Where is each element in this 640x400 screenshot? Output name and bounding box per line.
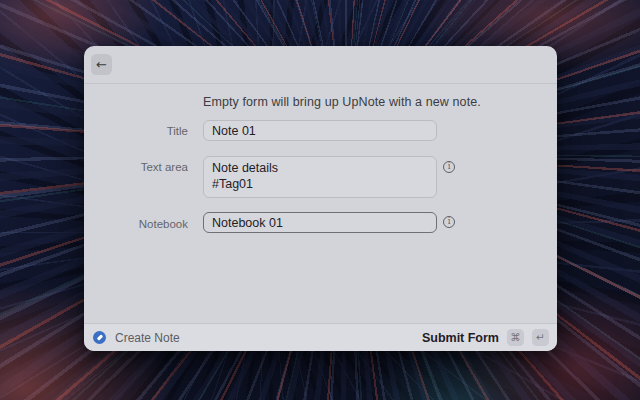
back-arrow-icon: ← <box>96 57 107 72</box>
return-key-icon: ↵ <box>532 329 549 346</box>
window-header: ← <box>84 46 557 84</box>
note-details-textarea[interactable]: Note details #Tag01 <box>203 156 437 198</box>
submit-form-label: Submit Form <box>422 331 499 345</box>
shortcut-form-window: ← Empty form will bring up UpNote with a… <box>84 46 557 351</box>
upnote-app-icon <box>93 331 106 344</box>
title-input[interactable] <box>203 120 437 141</box>
command-key-icon: ⌘ <box>507 329 524 346</box>
submit-form-button[interactable]: Submit Form ⌘ ↵ <box>422 329 549 346</box>
notebook-info-icon[interactable]: i <box>443 216 455 228</box>
textarea-field-label: Text area <box>84 161 188 173</box>
notebook-input[interactable] <box>203 212 437 233</box>
back-button[interactable]: ← <box>91 54 112 75</box>
window-footer: Create Note Submit Form ⌘ ↵ <box>84 323 557 351</box>
form-instruction: Empty form will bring up UpNote with a n… <box>203 95 481 109</box>
textarea-info-icon[interactable]: i <box>443 161 455 173</box>
notebook-field-label: Notebook <box>84 218 188 230</box>
shortcut-action-label: Create Note <box>115 331 180 345</box>
title-field-label: Title <box>84 125 188 137</box>
